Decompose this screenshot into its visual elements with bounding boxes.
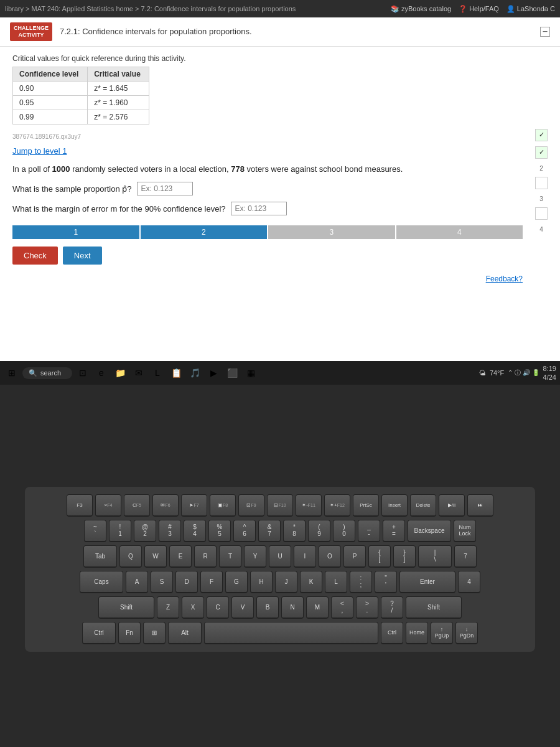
key-left-shift[interactable]: Shift — [98, 596, 154, 619]
key-3[interactable]: #3 — [159, 520, 181, 542]
check-button[interactable]: Check — [12, 247, 58, 265]
key-f9[interactable]: ⊡F9 — [238, 494, 264, 517]
key-space[interactable] — [204, 622, 378, 644]
app-L-button[interactable]: L — [149, 365, 166, 381]
key-right-shift[interactable]: Shift — [406, 596, 462, 619]
key-d[interactable]: D — [175, 571, 198, 593]
key-p[interactable]: P — [343, 545, 366, 568]
clipboard-button[interactable]: 📋 — [168, 365, 184, 381]
key-win[interactable]: ⊞ — [143, 622, 166, 644]
key-8[interactable]: *8 — [283, 520, 306, 542]
key-6[interactable]: ^6 — [233, 520, 256, 542]
key-minus[interactable]: _- — [358, 520, 380, 542]
key-k[interactable]: K — [300, 571, 322, 593]
zybooks-catalog-button[interactable]: 📚 zyBooks catalog — [391, 5, 451, 13]
key-num7[interactable]: 7 — [454, 545, 477, 568]
key-t[interactable]: T — [219, 545, 241, 568]
key-f10[interactable]: ⊟F10 — [267, 494, 293, 517]
key-j[interactable]: J — [275, 571, 297, 593]
user-profile-button[interactable]: 👤 LaShonda C — [506, 5, 555, 13]
play-button[interactable]: ▶ — [205, 365, 222, 381]
mail-button[interactable]: ✉ — [131, 365, 147, 381]
key-w[interactable]: W — [144, 545, 167, 568]
key-e[interactable]: E — [169, 545, 192, 568]
key-9[interactable]: (9 — [308, 520, 330, 542]
jump-level-link[interactable]: Jump to level 1 — [12, 146, 67, 156]
key-n[interactable]: N — [281, 596, 304, 619]
next-button[interactable]: Next — [63, 247, 102, 265]
screen-button[interactable]: ⬛ — [224, 365, 240, 381]
key-q[interactable]: Q — [119, 545, 142, 568]
key-tab[interactable]: Tab — [83, 545, 117, 568]
key-open-bracket[interactable]: {[ — [368, 545, 391, 568]
key-quote[interactable]: "' — [375, 571, 397, 593]
help-faq-button[interactable]: ❓ Help/FAQ — [459, 5, 499, 13]
edge-button[interactable]: e — [93, 365, 110, 381]
key-4[interactable]: $4 — [184, 520, 206, 542]
key-f4[interactable]: ×F4 — [95, 494, 121, 517]
key-f12[interactable]: ✶+F12 — [324, 494, 350, 517]
key-f[interactable]: F — [200, 571, 223, 593]
key-delete[interactable]: Delete — [410, 494, 436, 517]
key-s[interactable]: S — [151, 571, 173, 593]
key-5[interactable]: %5 — [208, 520, 231, 542]
key-o[interactable]: O — [319, 545, 341, 568]
key-pgdn[interactable]: ↓PgDn — [455, 622, 478, 644]
key-backtick[interactable]: ~` — [84, 520, 106, 542]
minimize-button[interactable]: ─ — [540, 27, 550, 37]
key-l[interactable]: L — [325, 571, 347, 593]
key-r[interactable]: R — [194, 545, 217, 568]
key-period[interactable]: >. — [356, 596, 378, 619]
key-right-ctrl[interactable]: Ctrl — [381, 622, 403, 644]
taskview-button[interactable]: ⊡ — [75, 365, 91, 381]
key-f6[interactable]: ✉F6 — [152, 494, 179, 517]
key-2[interactable]: @2 — [134, 520, 156, 542]
sample-proportion-input[interactable] — [137, 182, 193, 195]
key-y[interactable]: Y — [244, 545, 266, 568]
key-g[interactable]: G — [225, 571, 248, 593]
key-v[interactable]: V — [231, 596, 254, 619]
key-b[interactable]: B — [256, 596, 279, 619]
key-comma[interactable]: <, — [331, 596, 353, 619]
key-numlock[interactable]: NumLock — [454, 520, 476, 542]
key-enter[interactable]: Enter — [399, 571, 455, 593]
key-m[interactable]: M — [306, 596, 329, 619]
key-media-next[interactable]: ⏭ — [467, 494, 493, 517]
key-h[interactable]: H — [250, 571, 273, 593]
key-7[interactable]: &7 — [258, 520, 281, 542]
grid-button[interactable]: ▦ — [243, 365, 259, 381]
key-f11[interactable]: ✶-F11 — [296, 494, 322, 517]
key-caps[interactable]: Caps — [80, 571, 123, 593]
key-i[interactable]: I — [294, 545, 316, 568]
margin-error-input[interactable] — [231, 202, 287, 215]
key-num4[interactable]: 4 — [458, 571, 480, 593]
key-backslash[interactable]: |\ — [418, 545, 452, 568]
key-f5[interactable]: CF5 — [124, 494, 150, 517]
folder-button[interactable]: 📁 — [112, 365, 128, 381]
key-0[interactable]: )0 — [333, 520, 355, 542]
key-semicolon[interactable]: :; — [350, 571, 372, 593]
key-media-play[interactable]: ▶/II — [439, 494, 465, 517]
key-f8[interactable]: ▣F8 — [210, 494, 236, 517]
key-insert[interactable]: Insert — [381, 494, 408, 517]
key-f3[interactable]: F3 — [67, 494, 93, 517]
key-prtsc[interactable]: PrtSc — [353, 494, 379, 517]
key-alt[interactable]: Alt — [168, 622, 202, 644]
feedback-link[interactable]: Feedback? — [12, 275, 523, 283]
key-equals[interactable]: += — [383, 520, 405, 542]
start-button[interactable]: ⊞ — [4, 365, 20, 381]
key-a[interactable]: A — [126, 571, 148, 593]
music-button[interactable]: 🎵 — [187, 365, 203, 381]
key-ctrl[interactable]: Ctrl — [82, 622, 116, 644]
key-1[interactable]: !1 — [109, 520, 131, 542]
key-home[interactable]: Home — [406, 622, 428, 644]
key-slash[interactable]: ?/ — [381, 596, 403, 619]
search-bar[interactable]: 🔍 search — [22, 367, 72, 379]
key-fn[interactable]: Fn — [118, 622, 141, 644]
key-f7[interactable]: ➤F7 — [181, 494, 207, 517]
key-close-bracket[interactable]: }] — [393, 545, 416, 568]
key-pgup[interactable]: ↑PgUp — [431, 622, 453, 644]
key-u[interactable]: U — [269, 545, 291, 568]
key-z[interactable]: Z — [157, 596, 179, 619]
key-backspace[interactable]: Backspace — [408, 520, 451, 542]
